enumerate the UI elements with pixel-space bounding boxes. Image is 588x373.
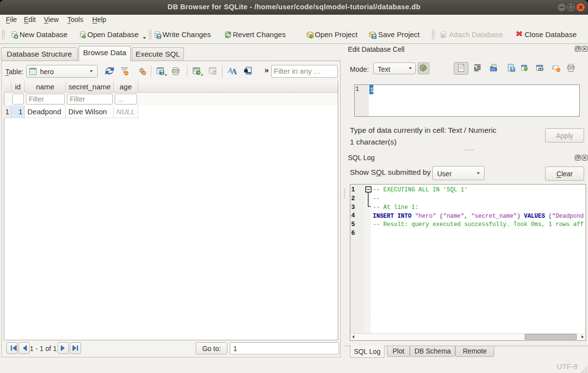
svg-text:A: A: [231, 67, 237, 76]
